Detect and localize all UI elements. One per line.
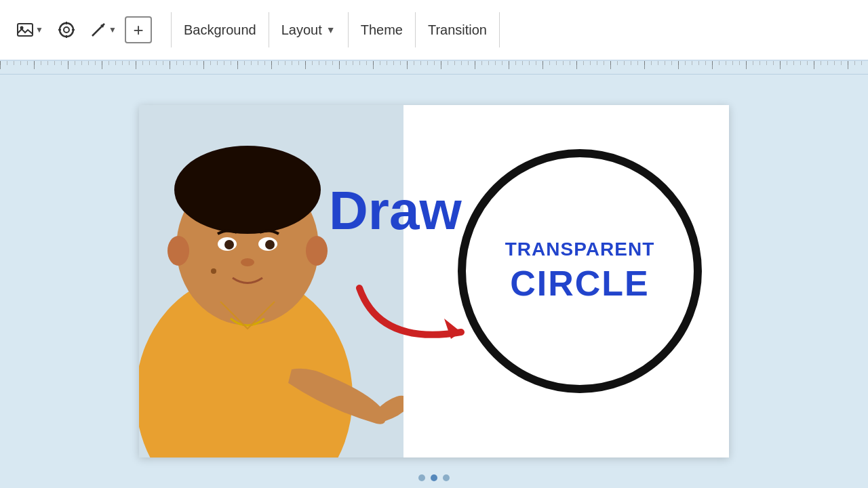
circle-text-transparent: TRANSPARENT — [505, 239, 654, 260]
layout-dropdown-arrow-icon: ▼ — [326, 24, 336, 35]
layout-label: Layout — [281, 22, 322, 38]
crop-button[interactable] — [52, 15, 81, 45]
image-insert-button[interactable]: ▼ — [11, 15, 49, 45]
svg-point-26 — [241, 258, 254, 266]
main-area: Draw TRANSPARENT CIRCLE — [0, 75, 868, 488]
transition-label: Transition — [428, 22, 487, 38]
slide-dots — [418, 474, 450, 481]
ruler: // Ruler ticks drawn via SVG inline — [0, 61, 868, 75]
circle-text-circle: CIRCLE — [510, 263, 650, 304]
line-tool-button[interactable]: ▼ — [84, 15, 122, 45]
slide-dot-1[interactable] — [418, 474, 425, 481]
background-button[interactable]: Background — [171, 12, 269, 47]
svg-point-20 — [167, 236, 189, 266]
toolbar: ▼ ▼ + Background Layout ▼ T — [0, 0, 868, 61]
transparent-circle-container: TRANSPARENT CIRCLE — [451, 125, 709, 417]
svg-point-27 — [211, 268, 216, 274]
svg-point-2 — [60, 23, 73, 37]
add-element-button[interactable]: + — [125, 16, 152, 43]
plus-icon: + — [133, 20, 143, 41]
svg-rect-14 — [0, 61, 868, 74]
draw-text: Draw — [329, 180, 462, 242]
svg-point-3 — [64, 27, 69, 33]
image-btn-arrow-icon: ▼ — [35, 25, 43, 35]
red-arrow — [339, 278, 475, 346]
svg-point-24 — [224, 240, 234, 249]
slide-dot-3[interactable] — [443, 474, 450, 481]
svg-point-25 — [265, 240, 275, 249]
transition-button[interactable]: Transition — [415, 12, 500, 47]
menu-buttons: Background Layout ▼ Theme Transition — [171, 12, 500, 47]
transparent-circle: TRANSPARENT CIRCLE — [458, 149, 702, 393]
svg-point-19 — [174, 146, 321, 234]
line-btn-arrow-icon: ▼ — [108, 25, 117, 35]
svg-rect-0 — [18, 24, 33, 36]
theme-button[interactable]: Theme — [348, 12, 415, 47]
theme-label: Theme — [361, 22, 403, 38]
slide-canvas[interactable]: Draw TRANSPARENT CIRCLE — [139, 105, 729, 458]
svg-point-21 — [306, 236, 328, 266]
background-label: Background — [184, 22, 256, 38]
slide-dot-2[interactable] — [431, 474, 437, 481]
layout-button[interactable]: Layout ▼ — [269, 12, 348, 47]
